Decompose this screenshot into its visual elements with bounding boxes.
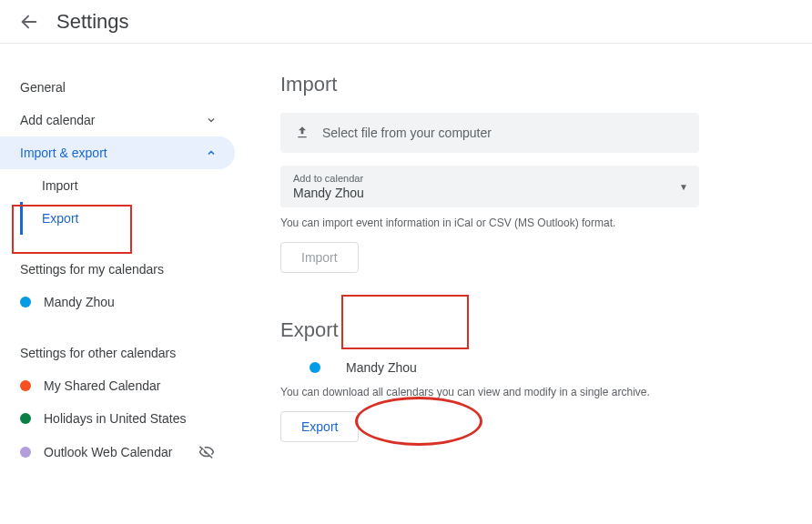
sidebar-calendar-item[interactable]: My Shared Calendar — [0, 369, 235, 402]
sidebar-sub-label: Export — [42, 211, 78, 226]
sidebar-calendar-item[interactable]: Mandy Zhou — [0, 286, 235, 318]
sidebar-calendar-item[interactable]: Holidays in United States — [0, 402, 235, 435]
calendar-color-dot — [20, 380, 31, 391]
sidebar-item-label: General — [20, 80, 66, 95]
calendar-name: Outlook Web Calendar — [44, 445, 172, 459]
arrow-left-icon — [19, 12, 39, 32]
export-calendar-item: Mandy Zhou — [308, 357, 699, 378]
sidebar-item-general[interactable]: General — [0, 71, 235, 104]
calendar-name: Holidays in United States — [44, 411, 186, 426]
dropdown-value: Mandy Zhou — [293, 186, 686, 200]
import-button[interactable]: Import — [280, 242, 359, 273]
export-help-text: You can download all calendars you can v… — [280, 386, 699, 398]
calendar-name: Mandy Zhou — [44, 295, 115, 309]
calendar-color-dot — [20, 413, 31, 424]
sidebar-sub-label: Import — [42, 178, 78, 193]
calendar-color-dot — [20, 297, 31, 307]
export-panel-title: Export — [280, 318, 699, 342]
dropdown-label: Add to calendar — [293, 173, 686, 184]
sidebar-item-label: Add calendar — [20, 113, 96, 127]
dropdown-arrow-icon: ▼ — [679, 182, 688, 192]
button-label: Export — [301, 419, 338, 434]
select-file-button[interactable]: Select file from your computer — [280, 113, 699, 153]
sidebar-sub-import[interactable]: Import — [20, 169, 235, 202]
import-panel-title: Import — [280, 73, 699, 96]
add-to-calendar-dropdown[interactable]: Add to calendar Mandy Zhou ▼ — [280, 166, 699, 207]
sidebar-item-label: Import & export — [20, 146, 107, 160]
calendar-color-dot — [310, 362, 320, 373]
sidebar-calendar-item[interactable]: Outlook Web Calendar — [0, 435, 235, 469]
import-help-text: You can import event information in iCal… — [280, 217, 699, 229]
header: Settings — [0, 0, 812, 44]
sidebar-section-my-calendars: Settings for my calendars — [0, 253, 235, 286]
page-title: Settings — [56, 10, 129, 34]
chevron-down-icon — [206, 115, 217, 126]
back-button[interactable] — [11, 4, 47, 40]
calendar-name: Mandy Zhou — [346, 360, 417, 375]
select-file-label: Select file from your computer — [322, 126, 492, 140]
chevron-up-icon — [206, 147, 217, 158]
button-label: Import — [301, 250, 338, 265]
sidebar-item-add-calendar[interactable]: Add calendar — [0, 104, 235, 136]
calendar-name: My Shared Calendar — [44, 378, 160, 393]
sidebar-section-other-calendars: Settings for other calendars — [0, 337, 235, 369]
main-panel: Import Select file from your computer Ad… — [235, 62, 745, 479]
visibility-off-icon — [198, 444, 215, 460]
sidebar-sub-export[interactable]: Export — [20, 202, 235, 235]
upload-icon — [295, 126, 310, 140]
sidebar-item-import-export[interactable]: Import & export — [0, 136, 235, 169]
calendar-color-dot — [20, 447, 31, 458]
sidebar-sub-import-export: Import Export — [0, 169, 235, 235]
sidebar: General Add calendar Import & export Imp… — [0, 62, 235, 479]
export-button[interactable]: Export — [280, 411, 359, 442]
